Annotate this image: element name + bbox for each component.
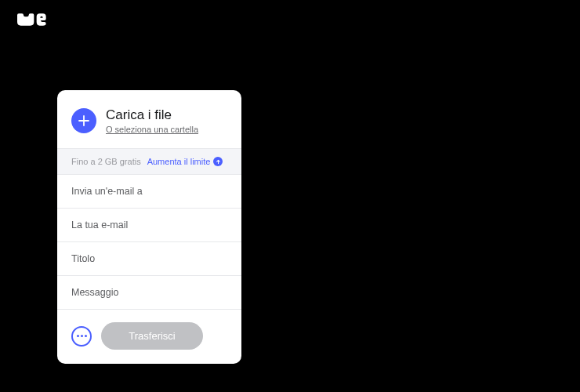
form-section: Invia un'e-mail a La tua e-mail Titolo M… <box>57 175 241 309</box>
transfer-button[interactable]: Trasferisci <box>101 322 203 350</box>
limit-link-label: Aumenta il limite <box>147 157 211 166</box>
arrow-up-icon <box>213 157 223 166</box>
wetransfer-logo[interactable] <box>16 13 47 28</box>
dots-icon <box>77 335 87 337</box>
upload-text: Carica i file O seleziona una cartella <box>106 107 198 134</box>
select-folder-link[interactable]: O seleziona una cartella <box>106 125 198 134</box>
title-field[interactable]: Titolo <box>57 242 241 276</box>
message-field[interactable]: Messaggio <box>57 276 241 309</box>
email-to-field[interactable]: Invia un'e-mail a <box>57 175 241 209</box>
add-files-button[interactable] <box>71 108 96 133</box>
limit-bar: Fino a 2 GB gratis Aumenta il limite <box>57 148 241 175</box>
limit-text: Fino a 2 GB gratis <box>71 157 141 166</box>
transfer-card: Carica i file O seleziona una cartella F… <box>57 90 241 364</box>
upload-title: Carica i file <box>106 107 198 123</box>
upload-section: Carica i file O seleziona una cartella <box>57 90 241 148</box>
options-button[interactable] <box>71 326 92 347</box>
card-footer: Trasferisci <box>57 309 241 364</box>
increase-limit-link[interactable]: Aumenta il limite <box>147 157 223 166</box>
your-email-field[interactable]: La tua e-mail <box>57 209 241 242</box>
plus-icon <box>78 115 89 126</box>
